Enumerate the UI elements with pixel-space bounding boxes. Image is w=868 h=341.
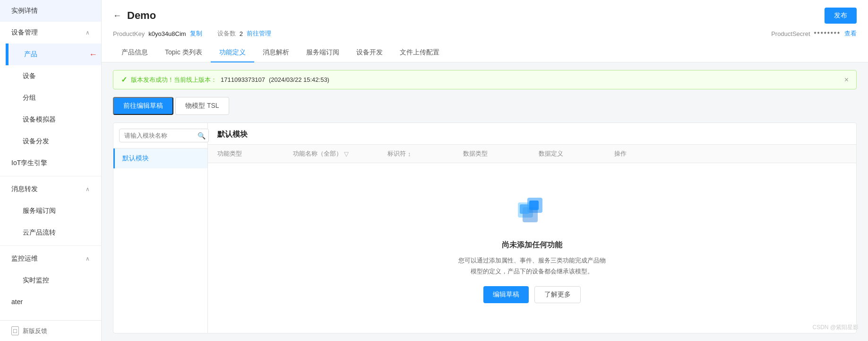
right-panel: 默认模块 功能类型 功能名称（全部） ▽ 标识符 ↕ 数据类型 [208, 123, 856, 333]
product-secret-item: ProductSecret ******** 查看 [771, 29, 857, 38]
divider-2 [0, 245, 101, 246]
view-link[interactable]: 查看 [844, 29, 857, 38]
sort-icon[interactable]: ↕ [408, 150, 411, 157]
table-col-operation: 操作 [614, 149, 671, 158]
sub-tabs: 前往编辑草稿 物模型 TSL [113, 97, 857, 115]
product-key-item: ProductKey k0yo34u8Cim 复制 [113, 29, 202, 38]
filter-icon[interactable]: ▽ [344, 150, 349, 157]
sidebar-group-message-forward[interactable]: 消息转发 ∧ [0, 178, 101, 200]
sidebar-item-realtime-monitor[interactable]: 实时监控 [6, 270, 101, 291]
sub-tab-edit-draft[interactable]: 前往编辑草稿 [113, 97, 173, 115]
module-item-default[interactable]: 默认模块 [113, 149, 207, 168]
page-title: Demo [127, 9, 156, 22]
edit-draft-button[interactable]: 编辑草稿 [483, 286, 529, 303]
sidebar-item-devices[interactable]: 设备 [6, 65, 101, 87]
sidebar: 实例详情 设备管理 ∧ 产品 ← 设备 分组 设备模拟器 设备分发 IoT孪生引… [0, 0, 102, 341]
sidebar-extra-item: ater [0, 291, 101, 312]
sidebar-item-cloud-product-flow[interactable]: 云产品流转 [6, 222, 101, 244]
main-content: ← Demo 发布 ProductKey k0yo34u8Cim 复制 设备数 … [102, 0, 868, 341]
back-button[interactable]: ← [113, 11, 121, 20]
sidebar-item-service-subscription[interactable]: 服务端订阅 [6, 200, 101, 222]
tab-service-subscription[interactable]: 服务端订阅 [298, 44, 348, 62]
chevron-up-icon: ∧ [86, 29, 90, 36]
tab-topic-list[interactable]: Topic 类列表 [156, 44, 211, 62]
meta-row: ProductKey k0yo34u8Cim 复制 设备数 2 前往管理 Pro… [113, 29, 857, 38]
publish-button[interactable]: 发布 [825, 8, 857, 24]
sidebar-item-products[interactable]: 产品 ← [6, 44, 101, 65]
watermark: CSDN @紫阳星影 [812, 324, 859, 332]
sidebar-item-iot-lifecycle[interactable]: IoT孪生引擎 [0, 152, 101, 174]
tab-function-definition[interactable]: 功能定义 [211, 44, 254, 62]
empty-description: 您可以通过添加属性、事件、服务三类功能完成产品物模型的定义，产品下的设备都会继承… [456, 255, 608, 277]
table-col-func-name: 功能名称（全部） ▽ [293, 149, 387, 158]
tab-file-upload[interactable]: 文件上传配置 [391, 44, 448, 62]
right-panel-title: 默认模块 [208, 123, 856, 145]
success-banner: ✓ 版本发布成功！当前线上版本： 1711093373107 (2024/03/… [113, 70, 857, 89]
page-title-group: ← Demo [113, 9, 156, 22]
copy-link[interactable]: 复制 [190, 29, 202, 38]
empty-state-buttons: 编辑草稿 了解更多 [483, 286, 581, 303]
main-tabs: 产品信息 Topic 类列表 功能定义 消息解析 服务端订阅 设备开发 文件上传… [113, 44, 857, 62]
device-count-value: 2 [240, 30, 243, 37]
empty-state-icon [513, 193, 551, 231]
manage-link[interactable]: 前往管理 [247, 29, 271, 38]
search-icon: 🔍 [198, 132, 206, 140]
page-header: ← Demo 发布 ProductKey k0yo34u8Cim 复制 设备数 … [102, 0, 868, 62]
divider-1 [0, 176, 101, 176]
page-title-row: ← Demo 发布 [113, 8, 857, 24]
sidebar-group-monitoring[interactable]: 监控运维 ∧ [0, 248, 101, 270]
table-col-identifier: 标识符 ↕ [387, 149, 463, 158]
chevron-up-icon-3: ∧ [86, 255, 90, 262]
product-key-label: ProductKey [113, 30, 145, 37]
sidebar-group-device-management[interactable]: 设备管理 ∧ [0, 22, 101, 44]
svg-rect-3 [520, 204, 529, 214]
left-panel: 🔍 默认模块 [113, 123, 208, 333]
sidebar-sub-message-forward: 服务端订阅 云产品流转 [0, 200, 101, 244]
sidebar-sub-device-management: 产品 ← 设备 分组 设备模拟器 设备分发 [0, 44, 101, 152]
product-secret-label: ProductSecret [771, 30, 810, 37]
page-content: ✓ 版本发布成功！当前线上版本： 1711093373107 (2024/03/… [102, 62, 868, 341]
sidebar-item-groups[interactable]: 分组 [6, 87, 101, 109]
check-circle-icon: ✓ [121, 75, 127, 84]
device-count-label: 设备数 [217, 29, 236, 38]
arrow-indicator: ← [89, 50, 97, 60]
sidebar-item-device-distribution[interactable]: 设备分发 [6, 131, 101, 152]
table-header: 功能类型 功能名称（全部） ▽ 标识符 ↕ 数据类型 数据定义 [208, 145, 856, 163]
sidebar-item-device-simulator[interactable]: 设备模拟器 [6, 109, 101, 131]
table-col-data-def: 数据定义 [539, 149, 614, 158]
sub-tab-tsl-model[interactable]: 物模型 TSL [175, 97, 229, 115]
search-input[interactable] [119, 129, 209, 142]
close-icon[interactable]: × [844, 76, 849, 84]
table-col-data-type: 数据类型 [463, 149, 539, 158]
sidebar-item-instance-detail[interactable]: 实例详情 [0, 0, 101, 22]
product-key-value: k0yo34u8Cim [148, 30, 186, 37]
tab-device-dev[interactable]: 设备开发 [348, 44, 391, 62]
chevron-up-icon-2: ∧ [86, 186, 90, 192]
tab-product-info[interactable]: 产品信息 [113, 44, 156, 62]
product-secret-value: ******** [814, 30, 841, 37]
banner-version: 1711093373107 [221, 76, 265, 83]
device-count-item: 设备数 2 前往管理 [217, 29, 271, 38]
feedback-icon: □ [11, 326, 19, 335]
tab-message-parse[interactable]: 消息解析 [254, 44, 298, 62]
search-bar: 🔍 [113, 123, 207, 149]
svg-rect-4 [529, 201, 539, 210]
learn-more-button[interactable]: 了解更多 [534, 286, 581, 303]
success-banner-text: ✓ 版本发布成功！当前线上版本： 1711093373107 (2024/03/… [121, 75, 329, 84]
table-col-func-type: 功能类型 [217, 149, 293, 158]
sidebar-sub-monitoring: 实时监控 [0, 270, 101, 291]
sidebar-footer-feedback[interactable]: □ 新版反馈 [0, 320, 101, 341]
banner-date: (2024/03/22 15:42:53) [269, 76, 329, 83]
empty-title: 尚未添加任何功能 [502, 240, 562, 250]
empty-state: 尚未添加任何功能 您可以通过添加属性、事件、服务三类功能完成产品物模型的定义，产… [208, 163, 856, 333]
body-area: 🔍 默认模块 默认模块 功能类型 功能名称（全部） ▽ 标识符 [113, 122, 857, 333]
